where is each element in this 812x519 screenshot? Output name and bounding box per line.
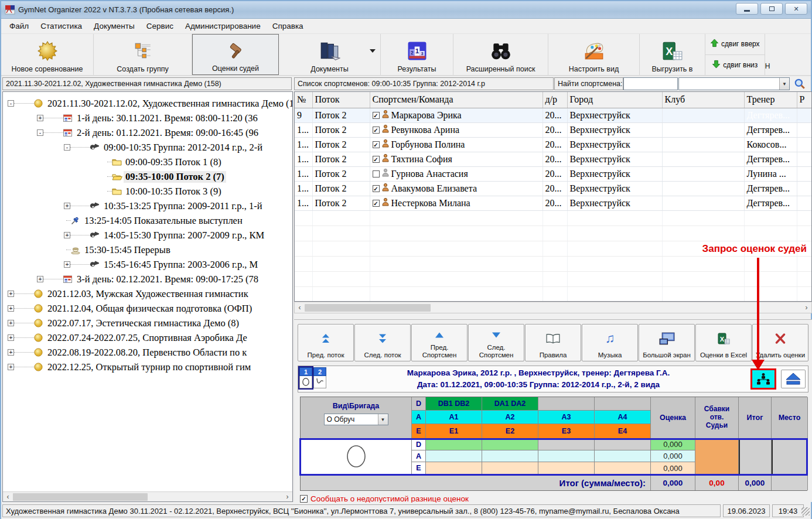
column-header[interactable]: Тренер — [744, 92, 797, 108]
judge-col-a4[interactable]: A4 — [595, 411, 651, 424]
tree-item[interactable]: +15:45-16:45 Группа: 2003-2006 г.р., М — [3, 257, 292, 272]
shift-down-button[interactable]: сдвиг вниз — [705, 55, 765, 76]
tree-item[interactable]: +1-й день: 30.11.2021. Время: 08:00-11:2… — [3, 111, 292, 125]
chevron-down-icon[interactable]: ▼ — [779, 78, 789, 90]
maximize-button[interactable] — [760, 3, 783, 15]
tree-item[interactable]: +2022.07.17, Эстетическая гимнастика Дем… — [3, 316, 292, 330]
score-cell-a1[interactable] — [426, 450, 482, 462]
resize-grip[interactable] — [801, 507, 810, 515]
athlete-checkbox[interactable]: ✓ — [373, 200, 380, 207]
score-cell-e4[interactable] — [595, 462, 651, 474]
tree-item[interactable]: +2021.12.03, Мужская Художественная гимн… — [3, 286, 292, 301]
tree-item[interactable]: 09:00-09:35 Поток 1 (8) — [3, 155, 292, 169]
tree-expand-icon[interactable]: + — [8, 349, 14, 356]
scroll-left-icon[interactable]: ‹ — [3, 493, 13, 501]
tree-item[interactable]: 13:25-14:05 Показательные выступлен — [3, 213, 292, 228]
scroll-left-icon[interactable]: ‹ — [295, 303, 305, 312]
tree-collapse-icon[interactable]: - — [37, 129, 43, 136]
judge-col-db[interactable]: DB1 DB2 — [426, 397, 482, 411]
score-cell-a2[interactable] — [482, 450, 538, 462]
documents-button[interactable]: Документы — [279, 34, 381, 75]
score-cell-e3[interactable] — [538, 462, 595, 474]
scrollbar-thumb[interactable] — [13, 493, 148, 501]
athlete-row[interactable]: 1...Поток 2Гурнова Анастасия20...Верхнес… — [295, 166, 812, 181]
deduction-cell[interactable] — [695, 439, 739, 474]
apparatus-2-tab[interactable]: 2 — [313, 367, 326, 388]
request-judge-scores-button[interactable] — [750, 368, 776, 390]
tree-item[interactable]: 15:30-15:45 Перерыв — [3, 243, 292, 257]
tree-expand-icon[interactable]: + — [8, 334, 14, 341]
menu-statistics[interactable]: Статистика — [35, 20, 88, 32]
score-cell-a4[interactable] — [595, 450, 651, 462]
judge-col-a3[interactable]: A3 — [538, 411, 595, 424]
apparatus-select[interactable]: О Обруч ▼ — [324, 414, 388, 425]
big-screen-button[interactable]: Большой экран — [639, 324, 695, 361]
tree-expand-icon[interactable]: + — [8, 320, 14, 326]
tree-item[interactable]: -09:00-10:35 Группа: 2012-2014 г.р., 2-й — [3, 140, 292, 155]
tree-item[interactable]: +14:05-15:30 Группа: 2007-2009 г.р., КМ — [3, 228, 292, 243]
search-button[interactable] — [791, 77, 808, 90]
athlete-row[interactable]: 9Поток 2✓Маркарова Эрика20...Верхнеструй… — [295, 108, 812, 122]
tree-expand-icon[interactable]: + — [8, 364, 14, 370]
advanced-search-button[interactable]: Расширенный поиск — [453, 34, 548, 75]
prev-stream-button[interactable]: Пред. поток — [298, 324, 354, 361]
tree-item[interactable]: +2022.08.19-2022.08.20, Первенство Облас… — [3, 345, 292, 360]
column-header[interactable]: Город — [567, 92, 662, 108]
athlete-combobox[interactable]: ▼ — [678, 77, 790, 90]
shift-up-button[interactable]: сдвиг вверх — [705, 34, 765, 55]
rules-button[interactable]: Правила — [525, 324, 581, 361]
score-cell-e2[interactable] — [482, 462, 538, 474]
create-group-button[interactable]: Создать группу — [94, 34, 192, 75]
results-button[interactable]: 2 1 3 Результаты — [381, 34, 453, 75]
tree-horizontal-scrollbar[interactable]: ‹ › — [3, 491, 292, 501]
scrollbar-thumb[interactable] — [305, 304, 431, 312]
tree-item[interactable]: +2022.12.25, Открытый турнир по спортивн… — [3, 360, 292, 374]
tree-item[interactable]: +2021.12.04, Общая физическая подготовка… — [3, 301, 292, 316]
customize-view-button[interactable]: Настроить вид — [548, 34, 640, 75]
athlete-row[interactable]: 1...Поток 2✓Горбунова Полина20...Верхнес… — [295, 137, 812, 152]
judge-scores-button[interactable]: Оценки судей — [192, 34, 279, 75]
eject-button[interactable] — [781, 370, 806, 388]
athlete-checkbox[interactable]: ✓ — [373, 185, 380, 192]
column-header[interactable]: Клуб — [662, 92, 744, 108]
column-header[interactable]: Поток — [312, 92, 370, 108]
new-competition-button[interactable]: Новое соревнование — [1, 34, 94, 75]
scroll-right-icon[interactable]: › — [801, 303, 811, 312]
tree-collapse-icon[interactable]: - — [64, 144, 70, 151]
tree-expand-icon[interactable]: + — [37, 115, 43, 121]
menu-service[interactable]: Сервис — [141, 20, 179, 32]
tree-expand-icon[interactable]: + — [64, 203, 70, 209]
tree-item[interactable]: +2022.07.24-2022.07.25, Спортивная Аэроб… — [3, 330, 292, 345]
score-cell-a3[interactable] — [538, 450, 595, 462]
tree-expand-icon[interactable]: + — [64, 261, 70, 268]
menu-file[interactable]: Файл — [4, 20, 35, 32]
tree-item[interactable]: +10:35-13:25 Группа: 2009-2011 г.р., 1-й — [3, 199, 292, 213]
tree-item[interactable]: 09:35-10:00 Поток 2 (7) — [3, 169, 292, 184]
apparatus-1-tab[interactable]: 1 — [299, 367, 312, 388]
music-button[interactable]: ♫ Музыка — [582, 324, 638, 361]
column-header[interactable]: № — [295, 92, 312, 108]
judge-col-a1[interactable]: A1 — [426, 411, 482, 424]
tree-expand-icon[interactable]: + — [8, 291, 14, 297]
next-athlete-button[interactable]: След. Спортсмен — [468, 324, 524, 361]
judge-col-a2[interactable]: A2 — [482, 411, 538, 424]
athlete-row[interactable]: 1...Поток 2✓Авакумова Елизавета20...Верх… — [295, 181, 812, 196]
athlete-checkbox[interactable] — [373, 170, 380, 177]
athletes-horizontal-scrollbar[interactable]: ‹ › — [294, 302, 812, 313]
judge-col-e1[interactable]: E1 — [426, 424, 482, 439]
export-excel-button[interactable]: X Выгрузить в — [640, 34, 705, 75]
score-cell-e1[interactable] — [426, 462, 482, 474]
tree-item[interactable]: -2021.11.30-2021.12.02, Художественная г… — [3, 96, 292, 111]
score-cell-d1[interactable] — [426, 439, 482, 450]
minimize-button[interactable] — [736, 3, 758, 15]
tree-expand-icon[interactable]: + — [37, 276, 43, 282]
athlete-checkbox[interactable]: ✓ — [373, 127, 380, 134]
menu-documents[interactable]: Документы — [88, 20, 141, 32]
scores-to-excel-button[interactable]: X Оценки в Excel — [695, 324, 752, 361]
chevron-down-icon[interactable]: ▼ — [378, 414, 388, 425]
athlete-row[interactable]: 1...Поток 2✓Тяхтина София20...Верхнестру… — [295, 152, 812, 166]
column-header[interactable]: Спортсмен/Команда — [370, 92, 543, 108]
judge-col-da[interactable]: DA1 DA2 — [482, 397, 538, 411]
column-header[interactable]: Р — [797, 92, 812, 108]
score-difference-checkbox[interactable]: ✓ — [300, 495, 308, 503]
